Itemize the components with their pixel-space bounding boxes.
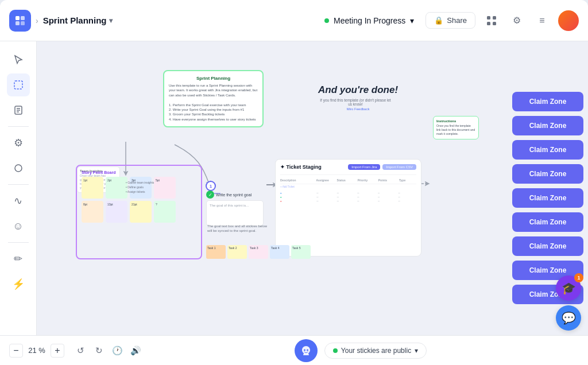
title-chevron: ▾ — [109, 17, 113, 25]
sidebar-divider-2 — [8, 184, 29, 185]
svg-rect-3 — [21, 21, 25, 25]
bottom-sticky-1: Task 1 — [206, 245, 226, 259]
share-label: Share — [447, 16, 467, 25]
svg-rect-8 — [14, 81, 22, 89]
bottom-stickies: Task 1 Task 2 Task 3 Task 4 Task 5 — [206, 245, 311, 259]
meeting-status-text: Meeting In Progress — [334, 16, 405, 25]
public-chevron: ▾ — [415, 347, 418, 355]
sidebar-cursor[interactable] — [7, 48, 30, 71]
import-csv-btn[interactable]: Import From CSV — [382, 164, 416, 170]
public-label: Your stickies are public — [341, 347, 411, 355]
svg-rect-1 — [21, 16, 25, 20]
svg-point-15 — [307, 349, 308, 351]
sticky-2: 2pt — [106, 177, 127, 199]
topbar: › Sprint Planning ▾ Meeting In Progress … — [0, 0, 588, 41]
svg-rect-2 — [16, 21, 20, 25]
done-subtext: If you find this template (or didn't ple… — [318, 98, 393, 106]
bottom-sticky-5: Task 5 — [291, 245, 311, 259]
claim-zone-btn-7[interactable]: Claim Zone — [512, 236, 583, 256]
svg-rect-5 — [493, 16, 496, 20]
redo-icon[interactable]: ↻ — [92, 344, 106, 358]
sound-icon[interactable]: 🔊 — [129, 344, 142, 358]
sprint-card-title: Sprint Planning — [169, 76, 258, 81]
undo-icon[interactable]: ↺ — [74, 344, 87, 358]
sprint-goal-section: ✓ Write the sprint goal The goal of this… — [206, 191, 264, 226]
import-jira-btn[interactable]: Import From Jira — [348, 164, 380, 170]
user-avatar[interactable] — [558, 10, 579, 31]
sidebar-lightning[interactable]: ⚡ — [7, 273, 30, 296]
app-logo[interactable] — [9, 10, 31, 32]
fab-graduation-wrapper: 🎓 1 — [556, 275, 581, 301]
sprint-card-text: Use this template to run a Sprint Planni… — [169, 83, 258, 122]
bottom-sticky-3: Task 3 — [249, 245, 268, 259]
bottom-sticky-2: Task 2 — [227, 245, 247, 259]
fab-container: 🎓 1 💬 — [556, 275, 581, 331]
zoom-level: 21 % — [28, 346, 46, 355]
claim-zone-btn-3[interactable]: Claim Zone — [512, 140, 583, 160]
claim-zone-btn-4[interactable]: Claim Zone — [512, 164, 583, 184]
menu-icon[interactable]: ≡ — [533, 11, 551, 30]
done-section: And you're done! If you find this templa… — [318, 84, 398, 111]
apps-icon[interactable] — [482, 11, 501, 30]
sticky-board: Story Point Board 1pt 2pt 3pt 5pt 8pt 13… — [76, 165, 202, 259]
svg-point-13 — [15, 165, 22, 172]
share-button[interactable]: 🔒 Share — [425, 12, 475, 29]
public-dot — [333, 348, 338, 353]
public-badge[interactable]: Your stickies are public ▾ — [324, 343, 427, 359]
sidebar-divider-1 — [8, 126, 29, 127]
step-1-circle: 1 — [206, 181, 216, 191]
zoom-controls: − 21 % + — [9, 344, 64, 358]
sprint-goal-label: Write the sprint goal — [216, 193, 252, 197]
svg-rect-4 — [487, 16, 490, 20]
zoom-in-button[interactable]: + — [51, 344, 64, 358]
sticky-8: 8pt — [82, 201, 103, 223]
goal-text-section: The goal text box and all stickies below… — [207, 224, 268, 234]
claim-zone-btn-1[interactable]: Claim Zone — [512, 92, 583, 111]
sidebar-select[interactable] — [7, 73, 30, 96]
sidebar: ⚙ ∿ ☺ ✏ ⚡ — [0, 41, 37, 335]
claim-zone-btn-5[interactable]: Claim Zone — [512, 188, 583, 208]
sticky-board-title: Story Point Board — [82, 170, 196, 174]
ticket-staging-title: ✦ Ticket Staging Import From Jira Import… — [280, 164, 416, 170]
bottombar: − 21 % + ↺ ↻ 🕐 🔊 Your stickies are publi… — [0, 335, 588, 365]
board-title[interactable]: Sprint Planning ▾ — [43, 15, 113, 25]
sidebar-emoji[interactable]: ☺ — [7, 215, 30, 238]
sprint-planning-card: Sprint Planning Use this template to run… — [163, 70, 264, 127]
sticky-13: 13pt — [106, 201, 127, 223]
breadcrumb-chevron: › — [36, 16, 38, 25]
sidebar-pen[interactable]: ✏ — [7, 247, 30, 270]
topbar-right: 🔒 Share ⚙ ≡ — [425, 10, 579, 31]
mascot-icon[interactable] — [295, 339, 318, 362]
sidebar-note[interactable] — [7, 99, 30, 122]
history-icon[interactable]: 🕐 — [110, 344, 124, 358]
claim-zone-btn-2[interactable]: Claim Zone — [512, 116, 583, 135]
meeting-status-chevron: ▾ — [410, 16, 414, 25]
claim-zone-btn-6[interactable]: Claim Zone — [512, 212, 583, 232]
sidebar-wave[interactable]: ∿ — [7, 189, 30, 212]
canvas: Sprint Planning Use this template to run… — [37, 41, 588, 335]
settings-icon[interactable]: ⚙ — [508, 11, 526, 30]
fab-badge-1: 1 — [574, 273, 583, 282]
share-icon: 🔒 — [434, 16, 443, 25]
sidebar-divider-3 — [8, 242, 29, 243]
bottom-sticky-4: Task 4 — [270, 245, 289, 259]
bottom-center: Your stickies are public ▾ — [142, 339, 579, 362]
svg-rect-6 — [487, 22, 490, 25]
svg-rect-0 — [16, 16, 20, 20]
zoom-out-button[interactable]: − — [9, 344, 23, 358]
fab-chat[interactable]: 💬 — [556, 305, 581, 331]
ticket-staging-card: ✦ Ticket Staging Import From Jira Import… — [275, 159, 421, 257]
small-green-card: Instructions Once you find the template … — [433, 116, 479, 139]
sticky-1: 1pt — [82, 177, 103, 199]
sprint-goal-input[interactable]: The goal of this sprint is... — [206, 200, 264, 226]
sidebar-gear[interactable]: ⚙ — [7, 131, 30, 154]
sidebar-circle[interactable] — [7, 157, 30, 180]
svg-rect-7 — [493, 22, 496, 25]
perform-items: • Gather team insights • Define goals • … — [126, 180, 154, 194]
meeting-dot — [324, 18, 329, 23]
done-author: Miro Feedback — [318, 107, 398, 111]
done-title: And you're done! — [318, 84, 398, 96]
sticky-5: 5pt — [154, 177, 176, 199]
meeting-status[interactable]: Meeting In Progress ▾ — [324, 16, 414, 25]
bottom-icon-group: ↺ ↻ 🕐 🔊 — [74, 344, 142, 358]
